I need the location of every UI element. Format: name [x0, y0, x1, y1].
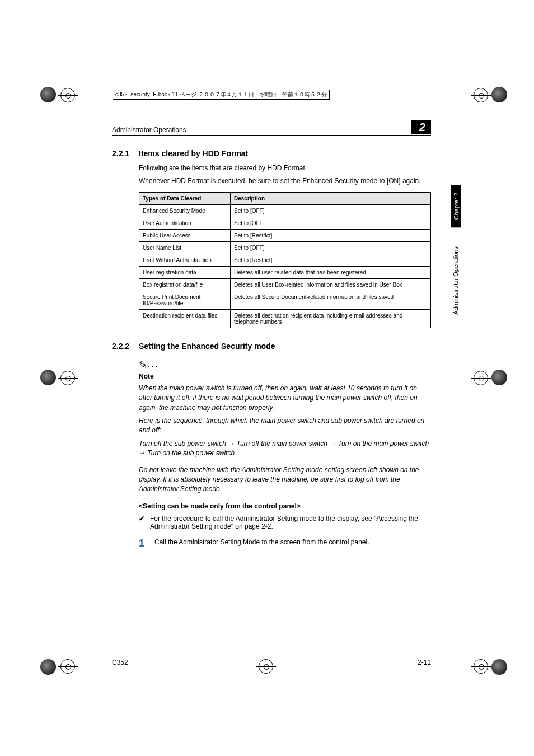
sub-heading: <Setting can be made only from the contr…	[139, 502, 431, 510]
print-mark-icon	[40, 87, 56, 102]
note-paragraph: When the main power switch is turned off…	[139, 384, 431, 413]
chapter-number-badge: 2	[411, 120, 431, 134]
prerequisite-item: ✔ For the procedure to call the Administ…	[139, 515, 431, 530]
body-paragraph: Following are the items that are cleared…	[139, 164, 431, 173]
table-row: User AuthenticationSet to [OFF]	[139, 217, 431, 229]
registration-mark-icon	[60, 88, 75, 102]
running-head-title: Administrator Operations	[112, 126, 186, 134]
section-heading-2-2-2: 2.2.2Setting the Enhanced Security mode	[112, 342, 431, 351]
table-header: Description	[231, 192, 431, 204]
body-paragraph: Whenever HDD Format is executed, be sure…	[139, 176, 431, 186]
table-row: Secure Print Document ID/Password/fileDe…	[139, 291, 431, 309]
source-file-label: c352_security_E.book 11 ページ ２００７年４月１１日 水…	[113, 90, 330, 100]
check-icon: ✔	[139, 515, 144, 530]
section-heading-2-2-1: 2.2.1Items cleared by HDD Format	[112, 149, 431, 158]
print-header-meta: c352_security_E.book 11 ページ ２００７年４月１１日 水…	[98, 90, 436, 100]
prerequisite-text: For the procedure to call the Administra…	[150, 515, 431, 530]
registration-mark-icon	[474, 371, 488, 385]
section-number: 2.2.1	[112, 149, 139, 158]
table-row: Enhanced Security ModeSet to [OFF]	[139, 204, 431, 217]
footer-model: C352	[112, 659, 128, 666]
table-row: Public User AccessSet to [Restrict]	[139, 229, 431, 241]
table-row: User Name ListSet to [OFF]	[139, 241, 431, 254]
note-paragraph: Do not leave the machine with the Admini…	[139, 465, 431, 494]
section-number: 2.2.2	[112, 342, 139, 351]
print-mark-icon	[491, 659, 507, 675]
procedure-step: 1 Call the Administrator Setting Mode to…	[139, 538, 431, 548]
table-row: User registration dataDeletes all user-r…	[139, 266, 431, 278]
table-row: Print Without AuthenticationSet to [Rest…	[139, 254, 431, 266]
running-head: Administrator Operations 2	[112, 120, 431, 136]
table-header: Types of Data Cleared	[139, 192, 231, 204]
note-paragraph: Turn off the sub power switch → Turn off…	[139, 439, 431, 459]
print-mark-icon	[491, 370, 507, 385]
print-mark-icon	[491, 87, 507, 102]
step-number: 1	[139, 538, 147, 548]
section-title: Setting the Enhanced Security mode	[139, 342, 275, 351]
print-mark-icon	[40, 659, 56, 675]
registration-mark-icon	[474, 88, 488, 102]
table-row: Destination recipient data filesDeletes …	[139, 309, 431, 328]
footer-page-number: 2-11	[418, 659, 431, 666]
registration-mark-icon	[474, 659, 488, 674]
registration-mark-icon	[60, 659, 75, 674]
page-footer: C352 2-11	[112, 655, 431, 666]
print-mark-icon	[40, 370, 56, 385]
page-content: Administrator Operations 2 2.2.1Items cl…	[112, 120, 431, 548]
step-text: Call the Administrator Setting Mode to t…	[154, 538, 369, 548]
section-title: Items cleared by HDD Format	[139, 149, 248, 158]
side-tab-chapter: Chapter 2	[451, 185, 461, 227]
note-label: Note	[139, 372, 431, 380]
table-row: Box registration data/fileDeletes all Us…	[139, 278, 431, 291]
registration-mark-icon	[60, 371, 75, 385]
cleared-items-table: Types of Data Cleared Description Enhanc…	[139, 192, 431, 328]
note-paragraph: Here is the sequence, through which the …	[139, 416, 431, 436]
side-tab-title: Administrator Operations	[451, 241, 461, 320]
note-icon: ✎...	[139, 358, 431, 371]
